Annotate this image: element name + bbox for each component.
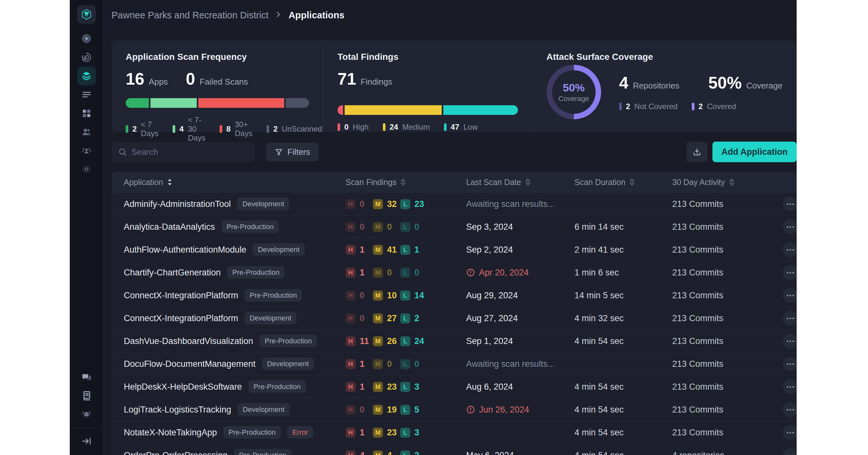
row-menu-button[interactable] xyxy=(783,448,797,455)
legend-item: 47 Low xyxy=(444,122,478,132)
scan-findings-cell: H0 M19 L5 xyxy=(346,405,466,415)
medium-findings: M0 xyxy=(373,359,400,369)
column-header[interactable]: Last Scan Date xyxy=(466,178,575,187)
column-header[interactable]: 30 Day Activity xyxy=(672,178,783,187)
scan-duration-cell: 4 min 54 sec xyxy=(575,451,672,455)
sidebar-item-goal[interactable] xyxy=(77,48,96,66)
table-row[interactable]: ConnectX-IntegrationPlatform Pre-Product… xyxy=(112,284,797,307)
application-name[interactable]: Chartify-ChartGeneration xyxy=(124,268,221,278)
application-name[interactable]: DocuFlow-DocumentManagement xyxy=(124,359,255,369)
high-findings: H1 xyxy=(346,359,373,369)
table-row[interactable]: DocuFlow-DocumentManagement Development … xyxy=(112,352,797,375)
low-findings: L2 xyxy=(400,451,428,455)
table-row[interactable]: Analytica-DataAnalytics Pre-Production H… xyxy=(112,215,797,238)
users-icon xyxy=(81,126,92,137)
row-menu-button[interactable] xyxy=(783,334,797,348)
app-logo[interactable] xyxy=(77,5,96,24)
export-button[interactable] xyxy=(687,142,707,162)
row-menu-cell xyxy=(783,402,797,417)
sidebar-item-applications[interactable] xyxy=(77,66,96,85)
table-row[interactable]: Chartify-ChartGeneration Pre-Production … xyxy=(112,261,797,284)
sidebar-item-team[interactable] xyxy=(77,141,96,160)
sort-icon[interactable] xyxy=(525,178,531,186)
environment-badges: Development xyxy=(255,360,314,368)
sidebar-item-chat[interactable] xyxy=(77,368,96,387)
table-row[interactable]: Adminify-AdministrationTool Development … xyxy=(112,193,797,215)
findings-legend: 0 High 24 Medium 47 Low xyxy=(338,122,518,132)
sort-icon[interactable] xyxy=(400,178,406,186)
medium-findings: M26 xyxy=(373,336,400,346)
sort-icon[interactable] xyxy=(167,178,173,186)
sidebar-item-apps-grid[interactable] xyxy=(77,104,96,122)
app-window: Pawnee Parks and Recreation District App… xyxy=(70,0,797,455)
application-cell: LogiTrack-LogisticsTracking Development xyxy=(112,405,346,415)
row-menu-button[interactable] xyxy=(783,265,797,280)
legend-value: 2 xyxy=(699,102,703,111)
card-scan-frequency: Application Scan Frequency 16Apps 0Faile… xyxy=(112,40,323,132)
sidebar-item-settings[interactable] xyxy=(77,160,96,178)
filters-button[interactable]: Filters xyxy=(266,143,318,161)
sidebar-collapse-button[interactable] xyxy=(77,432,96,451)
row-menu-button[interactable] xyxy=(783,220,797,234)
application-name[interactable]: HelpDeskX-HelpDeskSoftware xyxy=(124,382,242,392)
application-cell: Adminify-AdministrationTool Development xyxy=(112,199,346,209)
application-name[interactable]: ConnectX-IntegrationPlatform xyxy=(124,290,238,301)
table-row[interactable]: DashVue-DashboardVisualization Pre-Produ… xyxy=(112,330,797,352)
row-menu-cell xyxy=(783,265,797,280)
table-row[interactable]: LogiTrack-LogisticsTracking Development … xyxy=(112,398,797,421)
search-input[interactable] xyxy=(131,147,248,157)
table-row[interactable]: ConnectX-IntegrationPlatform Development… xyxy=(112,307,797,330)
last-scan-date-cell: Aug 6, 2024 xyxy=(466,382,575,392)
row-menu-button[interactable] xyxy=(783,402,797,417)
add-application-button[interactable]: Add Application xyxy=(712,142,797,162)
sort-icon[interactable] xyxy=(629,178,635,186)
row-menu-button[interactable] xyxy=(783,379,797,394)
sidebar-nav xyxy=(77,29,96,178)
column-header[interactable]: Scan Findings xyxy=(346,178,466,187)
row-menu-button[interactable] xyxy=(783,197,797,211)
application-name[interactable]: AuthFlow-AuthenticationModule xyxy=(124,245,246,255)
application-name[interactable]: NotateX-NoteTakingApp xyxy=(124,428,217,437)
sidebar-item-play[interactable] xyxy=(77,29,96,48)
table-row[interactable]: HelpDeskX-HelpDeskSoftware Pre-Productio… xyxy=(112,375,797,398)
column-header[interactable]: Application xyxy=(112,178,346,187)
row-menu-cell xyxy=(783,425,797,440)
application-name[interactable]: Adminify-AdministrationTool xyxy=(124,199,231,209)
last-scan-date: Aug 6, 2024 xyxy=(466,382,513,392)
chat-bubbles-icon xyxy=(81,372,92,382)
application-name[interactable]: ConnectX-IntegrationPlatform xyxy=(124,313,238,323)
row-menu-cell xyxy=(783,288,797,303)
application-name[interactable]: LogiTrack-LogisticsTracking xyxy=(124,405,231,415)
high-findings: H1 xyxy=(346,428,373,437)
row-menu-button[interactable] xyxy=(783,357,797,371)
layers-icon xyxy=(81,70,92,81)
scan-findings-cell: H0 M27 L2 xyxy=(346,313,466,323)
row-menu-button[interactable] xyxy=(783,242,797,257)
row-menu-cell xyxy=(783,197,797,211)
application-name[interactable]: DashVue-DashboardVisualization xyxy=(124,336,253,346)
sidebar-item-alerts[interactable] xyxy=(77,405,96,424)
menu-lines-icon xyxy=(81,89,92,100)
sort-icon[interactable] xyxy=(729,178,735,186)
row-menu-button[interactable] xyxy=(783,311,797,325)
application-name[interactable]: OrderPro-OrderProcessing xyxy=(124,451,227,455)
sidebar-item-docs[interactable] xyxy=(77,387,96,405)
play-icon xyxy=(81,33,92,44)
table-row[interactable]: NotateX-NoteTakingApp Pre-ProductionErro… xyxy=(112,421,797,444)
activity-cell: 213 Commits xyxy=(672,199,783,209)
column-header[interactable]: Scan Duration xyxy=(575,178,672,187)
scan-findings-cell: H0 M10 L14 xyxy=(346,290,466,301)
legend-item: 2 Covered xyxy=(692,102,736,111)
environment-badge: Development xyxy=(238,403,290,416)
sidebar-item-list[interactable] xyxy=(77,85,96,104)
application-cell: ConnectX-IntegrationPlatform Pre-Product… xyxy=(112,290,346,301)
row-menu-cell xyxy=(783,448,797,455)
table-row[interactable]: AuthFlow-AuthenticationModule Developmen… xyxy=(112,238,797,261)
activity-cell: 213 Commits xyxy=(672,222,783,232)
application-name[interactable]: Analytica-DataAnalytics xyxy=(124,222,215,232)
table-row[interactable]: OrderPro-OrderProcessing Pre-Production … xyxy=(112,444,797,455)
breadcrumb-parent[interactable]: Pawnee Parks and Recreation District xyxy=(112,10,269,21)
sidebar-item-users[interactable] xyxy=(77,122,96,141)
row-menu-button[interactable] xyxy=(783,288,797,303)
row-menu-button[interactable] xyxy=(783,425,797,440)
